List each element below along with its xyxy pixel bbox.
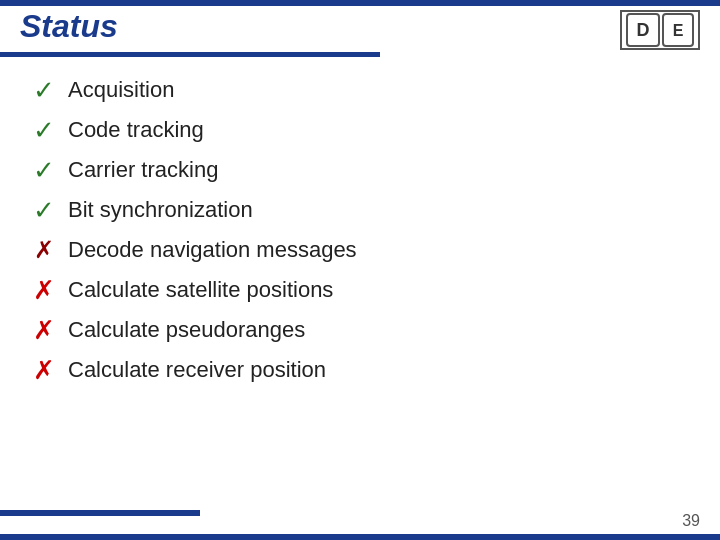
page-number: 39 xyxy=(682,512,700,530)
item-label: Code tracking xyxy=(68,117,204,143)
item-label: Bit synchronization xyxy=(68,197,253,223)
list-item: ✗ Calculate satellite positions xyxy=(30,270,690,310)
check-icon: ✓ xyxy=(30,156,58,184)
content-list: ✓ Acquisition ✓ Code tracking ✓ Carrier … xyxy=(30,70,690,390)
cross-icon: ✗ xyxy=(30,356,58,384)
bottom-accent-bar xyxy=(0,510,200,516)
item-label: Calculate satellite positions xyxy=(68,277,333,303)
title-underline xyxy=(0,52,380,57)
item-label: Acquisition xyxy=(68,77,174,103)
cross-icon: ✗ xyxy=(30,316,58,344)
slide-title: Status xyxy=(20,8,700,45)
cross-icon: ✗ xyxy=(30,276,58,304)
check-icon: ✓ xyxy=(30,116,58,144)
bottom-bar xyxy=(0,534,720,540)
slide: D E Status ✓ Acquisition ✓ Code tracking… xyxy=(0,0,720,540)
list-item: ✗ Calculate pseudoranges xyxy=(30,310,690,350)
item-label: Calculate pseudoranges xyxy=(68,317,305,343)
top-bar xyxy=(0,0,720,6)
list-item: ✓ Code tracking xyxy=(30,110,690,150)
item-label: Decode navigation messages xyxy=(68,237,357,263)
check-icon: ✓ xyxy=(30,196,58,224)
list-item: ✓ Acquisition xyxy=(30,70,690,110)
item-label: Calculate receiver position xyxy=(68,357,326,383)
list-item: ✗ Decode navigation messages xyxy=(30,230,690,270)
item-label: Carrier tracking xyxy=(68,157,218,183)
list-item: ✓ Carrier tracking xyxy=(30,150,690,190)
partial-check-icon: ✗ xyxy=(30,236,58,264)
list-item: ✓ Bit synchronization xyxy=(30,190,690,230)
list-item: ✗ Calculate receiver position xyxy=(30,350,690,390)
check-icon: ✓ xyxy=(30,76,58,104)
title-section: Status xyxy=(20,8,700,45)
